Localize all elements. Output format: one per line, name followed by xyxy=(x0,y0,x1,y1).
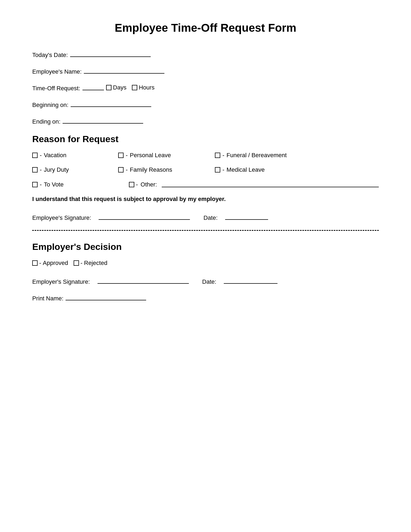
ending-on-label: Ending on: xyxy=(32,118,60,125)
timeoff-amount-input[interactable] xyxy=(82,84,104,90)
employer-date-label: Date: xyxy=(202,278,217,285)
form-title: Employee Time-Off Request Form xyxy=(32,21,379,34)
notice-text: I understand that this request is subjec… xyxy=(32,196,379,203)
rejected-option[interactable]: - Rejected xyxy=(74,260,107,267)
employee-date-label: Date: xyxy=(203,214,218,221)
print-name-row: Print Name: xyxy=(32,294,379,302)
other-input[interactable] xyxy=(162,181,379,187)
reason-row-1: - Vacation - Personal Leave - Funeral / … xyxy=(32,152,379,159)
reason-section-heading: Reason for Request xyxy=(32,134,379,144)
todays-date-input[interactable] xyxy=(70,51,151,57)
other-checkbox[interactable] xyxy=(129,182,134,187)
days-option[interactable]: Days xyxy=(106,84,127,91)
medical-leave-checkbox[interactable] xyxy=(215,167,220,172)
employer-decision-heading: Employer's Decision xyxy=(32,242,379,252)
vacation-option[interactable]: - Vacation xyxy=(32,152,118,159)
to-vote-option[interactable]: - To Vote xyxy=(32,181,118,188)
personal-leave-label: Personal Leave xyxy=(130,152,171,159)
beginning-on-label: Beginning on: xyxy=(32,102,68,109)
employer-signature-row: Employer's Signature: Date: xyxy=(32,277,379,285)
employer-signature-input[interactable] xyxy=(98,277,189,284)
decision-row: - Approved - Rejected xyxy=(32,260,379,267)
employee-signature-row: Employee's Signature: Date: xyxy=(32,213,379,221)
employees-name-label: Employee's Name: xyxy=(32,68,82,75)
medical-leave-label: Medical Leave xyxy=(226,166,265,173)
employees-name-row: Employee's Name: xyxy=(32,67,379,75)
timeoff-request-label: Time-Off Request: xyxy=(32,85,80,92)
todays-date-label: Today's Date: xyxy=(32,52,68,59)
dash-3: - xyxy=(222,152,224,159)
family-reasons-label: Family Reasons xyxy=(130,166,172,173)
approved-option[interactable]: - Approved xyxy=(32,260,68,267)
employer-signature-label: Employer's Signature: xyxy=(32,278,90,285)
approved-label: Approved xyxy=(43,260,68,267)
funeral-checkbox[interactable] xyxy=(215,153,220,158)
todays-date-row: Today's Date: xyxy=(32,51,379,59)
employee-signature-input[interactable] xyxy=(99,213,190,220)
other-option[interactable]: - Other: xyxy=(129,181,157,188)
approved-checkbox[interactable] xyxy=(32,260,38,266)
jury-duty-option[interactable]: - Jury Duty xyxy=(32,166,118,173)
personal-leave-option[interactable]: - Personal Leave xyxy=(118,152,215,159)
other-label: Other: xyxy=(140,181,157,188)
beginning-on-input[interactable] xyxy=(71,100,151,107)
days-checkbox[interactable] xyxy=(106,85,111,90)
reason-row-3: - To Vote - Other: xyxy=(32,181,379,188)
dash-2: - xyxy=(126,152,128,159)
employee-date-input[interactable] xyxy=(225,213,268,220)
form-page: Employee Time-Off Request Form Today's D… xyxy=(0,0,411,532)
hours-checkbox[interactable] xyxy=(132,85,137,90)
rejected-label: Rejected xyxy=(84,260,107,267)
medical-leave-option[interactable]: - Medical Leave xyxy=(215,166,301,173)
employer-date-input[interactable] xyxy=(224,277,277,284)
family-reasons-option[interactable]: - Family Reasons xyxy=(118,166,215,173)
hours-option[interactable]: Hours xyxy=(132,84,155,91)
dash-8: - xyxy=(136,181,138,188)
section-divider xyxy=(32,230,379,231)
personal-leave-checkbox[interactable] xyxy=(118,153,124,158)
timeoff-request-row: Time-Off Request: Days Hours xyxy=(32,84,379,92)
print-name-input[interactable] xyxy=(66,294,146,300)
print-name-label: Print Name: xyxy=(32,295,63,302)
ending-on-row: Ending on: xyxy=(32,117,379,125)
to-vote-label: To Vote xyxy=(44,181,63,188)
reason-row-2: - Jury Duty - Family Reasons - Medical L… xyxy=(32,166,379,173)
dash-5: - xyxy=(126,166,128,173)
employees-name-input[interactable] xyxy=(84,67,164,74)
jury-duty-label: Jury Duty xyxy=(44,166,69,173)
beginning-on-row: Beginning on: xyxy=(32,100,379,109)
days-label: Days xyxy=(113,84,127,91)
funeral-label: Funeral / Bereavement xyxy=(226,152,287,159)
family-reasons-checkbox[interactable] xyxy=(118,167,124,172)
hours-label: Hours xyxy=(139,84,155,91)
rejected-checkbox[interactable] xyxy=(74,260,79,266)
vacation-checkbox[interactable] xyxy=(32,153,38,158)
vacation-label: Vacation xyxy=(44,152,66,159)
dash-rejected: - xyxy=(81,260,82,267)
to-vote-checkbox[interactable] xyxy=(32,182,38,187)
employee-signature-label: Employee's Signature: xyxy=(32,214,91,221)
dash-approved: - xyxy=(39,260,41,267)
dash-7: - xyxy=(40,181,42,188)
ending-on-input[interactable] xyxy=(63,117,143,124)
jury-duty-checkbox[interactable] xyxy=(32,167,38,172)
dash-6: - xyxy=(222,166,224,173)
dash-1: - xyxy=(40,152,42,159)
dash-4: - xyxy=(40,166,42,173)
funeral-option[interactable]: - Funeral / Bereavement xyxy=(215,152,301,159)
